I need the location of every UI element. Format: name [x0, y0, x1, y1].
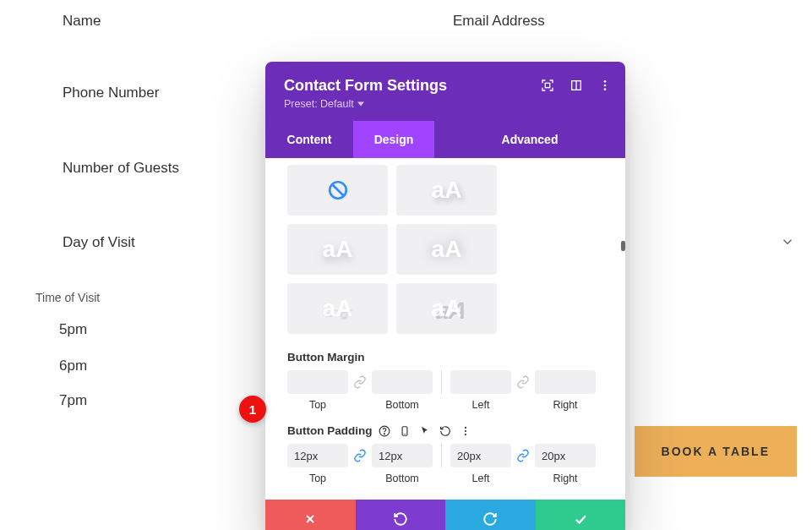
padding-top-input[interactable]	[287, 444, 348, 467]
preset-label: Preset: Default	[284, 98, 354, 110]
margin-bottom-label: Bottom	[385, 399, 419, 411]
field-phone[interactable]: Phone Number	[63, 85, 159, 101]
time-option-7pm[interactable]: 7pm	[59, 392, 87, 409]
help-icon[interactable]	[379, 425, 390, 437]
aa-icon: aA	[432, 177, 462, 204]
field-name[interactable]: Name	[63, 13, 101, 30]
link-vertical-icon[interactable]	[352, 447, 368, 464]
save-button[interactable]	[536, 500, 626, 530]
svg-point-13	[465, 426, 466, 428]
svg-line-8	[331, 184, 343, 196]
shadow-preset-6[interactable]: aA aA	[396, 283, 497, 334]
divider	[441, 444, 442, 467]
link-vertical-icon[interactable]	[352, 374, 368, 391]
field-email[interactable]: Email Address	[453, 13, 545, 30]
annotation-badge-1: 1	[239, 396, 266, 423]
tab-advanced[interactable]: Advanced	[434, 121, 625, 158]
margin-top-input[interactable]	[287, 370, 348, 394]
tab-content[interactable]: Content	[265, 121, 353, 158]
padding-bottom-label: Bottom	[385, 473, 419, 484]
modal-footer	[265, 500, 625, 530]
svg-point-6	[604, 88, 607, 90]
button-padding-label-row: Button Padding	[287, 424, 603, 437]
button-padding-label: Button Padding	[287, 424, 372, 437]
tab-design[interactable]: Design	[353, 121, 434, 158]
field-guests[interactable]: Number of Guests	[63, 160, 179, 177]
margin-bottom-input[interactable]	[372, 370, 433, 394]
caret-down-icon	[357, 101, 364, 107]
padding-left-label: Left	[472, 473, 490, 484]
margin-top-label: Top	[309, 399, 326, 411]
padding-bottom-input[interactable]	[372, 444, 433, 467]
shadow-preset-5[interactable]: aA aA	[287, 283, 388, 334]
modal-header: Contact Form Settings Preset: Default	[265, 62, 625, 121]
field-day[interactable]: Day of Visit	[63, 234, 135, 251]
prohibit-icon	[327, 179, 349, 201]
svg-point-5	[604, 85, 607, 87]
more-icon[interactable]	[598, 79, 612, 92]
margin-right-label: Right	[553, 399, 577, 411]
undo-icon	[393, 511, 408, 527]
svg-point-4	[604, 80, 607, 83]
phone-icon[interactable]	[399, 425, 411, 437]
preset-dropdown[interactable]: Preset: Default	[284, 98, 364, 110]
aa-icon: aA	[323, 295, 353, 322]
close-icon	[303, 512, 317, 526]
margin-right-input[interactable]	[535, 370, 596, 394]
shadow-preset-3[interactable]: aA aA	[287, 224, 388, 275]
more-vert-icon[interactable]	[460, 425, 471, 437]
cancel-button[interactable]	[265, 500, 356, 530]
undo-button[interactable]	[356, 500, 446, 530]
reset-icon[interactable]	[439, 425, 451, 437]
padding-top-label: Top	[309, 473, 326, 484]
margin-left-input[interactable]	[450, 370, 511, 394]
svg-rect-1	[545, 83, 549, 87]
redo-icon	[482, 511, 498, 527]
modal-tabs: Content Design Advanced	[265, 121, 625, 158]
shadow-preset-4[interactable]: aA aA	[396, 224, 497, 275]
link-horizontal-icon[interactable]	[515, 374, 531, 391]
time-option-6pm[interactable]: 6pm	[59, 358, 87, 374]
redo-button[interactable]	[445, 500, 536, 530]
aa-icon: aA	[323, 236, 353, 263]
margin-left-label: Left	[472, 399, 490, 411]
button-padding-row: Top Bottom Left Right	[287, 444, 603, 484]
svg-point-10	[384, 433, 385, 434]
text-shadow-presets: aA aA aA aA aA aA aA aA aA aA	[287, 165, 603, 334]
padding-right-label: Right	[553, 473, 577, 484]
book-table-button[interactable]: BOOK A TABLE	[635, 426, 797, 477]
scrollbar-thumb[interactable]	[621, 241, 625, 251]
padding-right-input[interactable]	[535, 444, 596, 467]
time-of-visit-label: Time of Visit	[35, 291, 100, 304]
modal-body: aA aA aA aA aA aA aA aA aA aA Button Mar…	[265, 158, 625, 500]
cursor-icon[interactable]	[419, 425, 431, 437]
shadow-preset-2[interactable]: aA aA	[396, 165, 497, 216]
panel-icon[interactable]	[569, 79, 583, 92]
divider	[441, 370, 442, 394]
svg-marker-0	[357, 102, 364, 107]
check-icon	[573, 511, 588, 527]
svg-point-15	[465, 434, 466, 435]
shadow-none[interactable]	[287, 165, 388, 216]
svg-point-14	[465, 429, 466, 431]
link-horizontal-icon[interactable]	[515, 447, 531, 464]
button-margin-label: Button Margin	[287, 351, 603, 363]
aa-icon: aA	[432, 236, 462, 263]
chevron-down-icon[interactable]	[780, 234, 795, 253]
aa-icon: aA	[432, 295, 462, 322]
button-margin-row: Top Bottom Left Right	[287, 370, 603, 411]
padding-left-input[interactable]	[450, 444, 511, 467]
time-option-5pm[interactable]: 5pm	[59, 321, 87, 338]
expand-icon[interactable]	[541, 79, 554, 92]
contact-form-settings-modal: Contact Form Settings Preset: Default Co…	[265, 62, 625, 530]
